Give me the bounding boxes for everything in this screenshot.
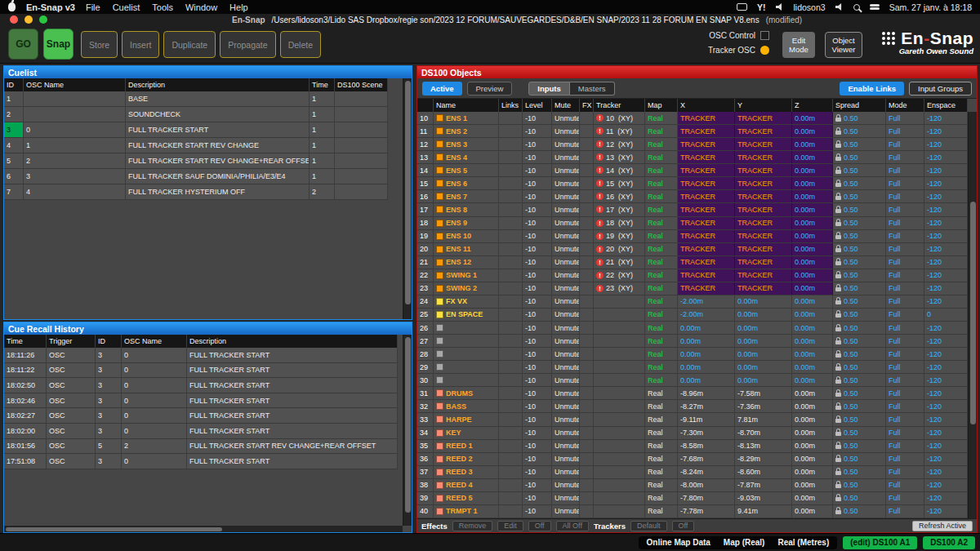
tracker-cell[interactable]: !17(XY) — [594, 203, 645, 216]
object-name-cell[interactable]: HARPE — [434, 413, 499, 425]
enspace-cell[interactable]: -120 — [924, 243, 968, 256]
fx-cell[interactable] — [580, 427, 594, 439]
mute-cell[interactable]: Unmute — [552, 151, 580, 163]
y-cell[interactable]: TRACKER — [735, 138, 792, 150]
object-name-cell[interactable]: ENS 8 — [434, 203, 499, 216]
object-name-cell[interactable]: ENS 9 — [434, 217, 499, 229]
ds100-scrollbar[interactable] — [968, 112, 977, 518]
links-cell[interactable] — [499, 269, 523, 282]
level-cell[interactable]: -10 — [523, 230, 552, 242]
enspace-cell[interactable]: -120 — [924, 479, 968, 491]
level-cell[interactable]: -10 — [523, 282, 552, 295]
mute-cell[interactable]: Unmute — [552, 125, 580, 137]
links-cell[interactable] — [499, 466, 523, 478]
mute-cell[interactable]: Unmute — [552, 505, 580, 518]
object-name-cell[interactable]: SWING 1 — [434, 269, 499, 282]
z-cell[interactable]: 0.00m — [792, 230, 833, 242]
x-cell[interactable]: TRACKER — [678, 203, 735, 216]
level-cell[interactable]: -10 — [523, 440, 552, 452]
mute-cell[interactable]: Unmute — [552, 440, 580, 452]
tracker-cell[interactable]: !10(XY) — [594, 112, 645, 124]
y-cell[interactable]: 9.41m — [735, 505, 792, 518]
fx-cell[interactable] — [580, 479, 594, 491]
cuelist-row[interactable]: 41FULL TRACKER START REV CHANGE1 — [4, 138, 388, 153]
x-cell[interactable]: TRACKER — [678, 112, 735, 124]
x-cell[interactable]: TRACKER — [678, 125, 735, 137]
mute-cell[interactable]: Unmute — [552, 256, 580, 269]
y-cell[interactable]: -8.60m — [735, 466, 792, 478]
fx-cell[interactable] — [580, 309, 594, 321]
ds100-row[interactable]: 13ENS 4-10Unmute!13(XY)RealTRACKERTRACKE… — [417, 151, 968, 164]
mode-cell[interactable]: Full — [886, 466, 924, 478]
ds100-row[interactable]: 39REED 5-10UnmuteReal-7.80m-9.03m0.00m0.… — [417, 492, 968, 505]
ds100-row[interactable]: 11ENS 2-10Unmute!11(XY)RealTRACKERTRACKE… — [417, 125, 968, 138]
fx-cell[interactable] — [580, 112, 594, 124]
level-cell[interactable]: -10 — [523, 413, 552, 425]
tracker-cell[interactable] — [594, 348, 645, 360]
links-cell[interactable] — [499, 453, 523, 465]
y-cell[interactable]: 0.00m — [735, 322, 792, 334]
tracker-cell[interactable]: !14(XY) — [594, 164, 645, 176]
ds100-row[interactable]: 25EN SPACE-10UnmuteReal-2.00m0.00m0.00m0… — [417, 309, 968, 322]
statusbar-button[interactable]: Online Map Data — [647, 538, 710, 547]
trackers-off-button[interactable]: Off — [672, 521, 695, 531]
y-cell[interactable]: TRACKER — [735, 125, 792, 137]
ds100-row[interactable]: 24FX VX-10UnmuteReal-2.00m0.00m0.00m0.50… — [417, 295, 968, 309]
y-cell[interactable]: -7.58m — [735, 387, 792, 399]
zoom-window-button[interactable] — [39, 16, 47, 24]
tab-inputs[interactable]: Inputs — [528, 82, 570, 96]
tracker-cell[interactable]: !23(XY) — [594, 282, 645, 295]
object-name-cell[interactable]: ENS 1 — [434, 112, 499, 124]
tracker-cell[interactable] — [594, 453, 645, 465]
z-cell[interactable]: 0.00m — [792, 492, 833, 504]
mute-cell[interactable]: Unmute — [552, 138, 580, 150]
z-cell[interactable]: 0.00m — [792, 295, 833, 308]
tracker-cell[interactable]: !13(XY) — [594, 151, 645, 163]
mode-cell[interactable]: Full — [886, 125, 924, 137]
links-cell[interactable] — [499, 112, 523, 124]
yahoo-icon[interactable]: Y! — [757, 2, 766, 12]
x-cell[interactable]: -7.68m — [678, 453, 735, 465]
tracker-cell[interactable] — [594, 295, 645, 308]
cuelist-row[interactable]: 1BASE1 — [4, 91, 388, 107]
enspace-cell[interactable]: -120 — [924, 295, 968, 308]
enspace-cell[interactable]: -120 — [924, 400, 968, 412]
mute-cell[interactable]: Unmute — [552, 374, 580, 386]
x-cell[interactable]: TRACKER — [678, 151, 735, 163]
links-cell[interactable] — [499, 348, 523, 360]
links-cell[interactable] — [499, 282, 523, 295]
links-cell[interactable] — [499, 479, 523, 491]
level-cell[interactable]: -10 — [523, 387, 552, 399]
level-cell[interactable]: -10 — [523, 217, 552, 229]
mode-cell[interactable]: Full — [886, 335, 924, 347]
y-cell[interactable]: 0.00m — [735, 295, 792, 308]
ds100-row[interactable]: 36REED 2-10UnmuteReal-7.68m-8.29m0.00m0.… — [417, 453, 968, 466]
fx-cell[interactable] — [580, 217, 594, 229]
mute-cell[interactable]: Unmute — [552, 177, 580, 189]
enspace-cell[interactable]: -120 — [924, 256, 968, 269]
map-cell[interactable]: Real — [645, 164, 678, 176]
map-cell[interactable]: Real — [645, 427, 678, 439]
level-cell[interactable]: -10 — [523, 479, 552, 491]
z-cell[interactable]: 0.00m — [792, 479, 833, 491]
ds100-row[interactable]: 16ENS 7-10Unmute!16(XY)RealTRACKERTRACKE… — [417, 190, 968, 203]
spread-cell[interactable]: 0.50 — [833, 361, 886, 373]
level-cell[interactable]: -10 — [523, 295, 552, 308]
y-cell[interactable]: TRACKER — [735, 190, 792, 202]
level-cell[interactable]: -10 — [523, 151, 552, 163]
x-cell[interactable]: 0.00m — [678, 322, 735, 334]
ds100-row[interactable]: 35REED 1-10UnmuteReal-8.58m-8.13m0.00m0.… — [417, 440, 968, 453]
spread-cell[interactable]: 0.50 — [833, 309, 886, 321]
y-cell[interactable]: 0.00m — [735, 348, 792, 360]
enspace-cell[interactable]: -120 — [924, 151, 968, 163]
object-name-cell[interactable] — [434, 348, 499, 360]
control-center-icon[interactable] — [870, 4, 880, 11]
toolbar-button[interactable]: Propagate — [220, 31, 275, 58]
y-cell[interactable]: -9.03m — [735, 492, 792, 504]
map-cell[interactable]: Real — [645, 151, 678, 163]
mode-cell[interactable]: Full — [886, 269, 924, 282]
trackers-default-button[interactable]: Default — [630, 521, 667, 531]
x-cell[interactable]: -2.00m — [678, 309, 735, 321]
spread-cell[interactable]: 0.50 — [833, 505, 886, 518]
spread-cell[interactable]: 0.50 — [833, 164, 886, 176]
